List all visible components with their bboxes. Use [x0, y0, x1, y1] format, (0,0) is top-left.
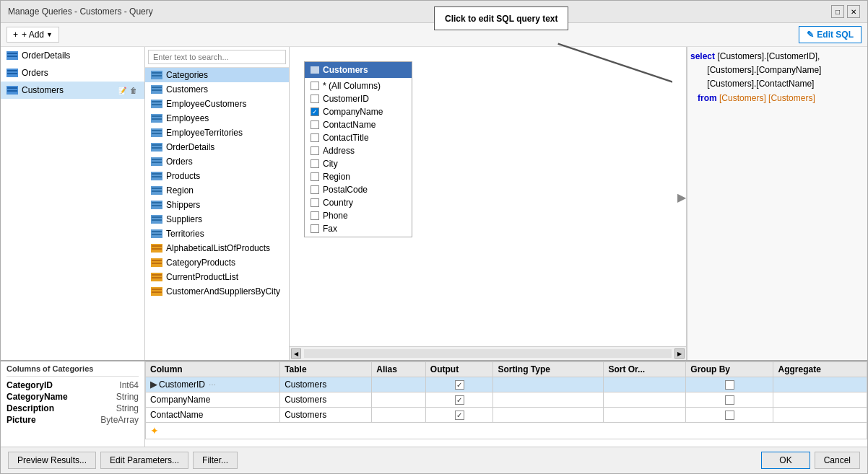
ok-button[interactable]: OK [761, 452, 810, 469]
col-checkbox-city[interactable] [311, 159, 319, 168]
table-item-shippers[interactable]: Shippers [145, 198, 289, 212]
col-item-address[interactable]: Address [305, 144, 412, 157]
query-label-orderdetails: OrderDetails [22, 51, 139, 61]
query-item-orders[interactable]: Orders [1, 64, 144, 82]
table-item-alphabeticallist[interactable]: AlphabeticalListOfProducts [145, 241, 289, 255]
col-item-contactname[interactable]: ContactName [305, 118, 412, 131]
grid-cell-output-1 [425, 377, 493, 392]
footer-right: OK Cancel [761, 452, 860, 469]
col-item-region[interactable]: Region [305, 170, 412, 183]
title-bar-buttons: □ ✕ [831, 5, 860, 18]
col-checkbox-allcolumns[interactable] [311, 82, 319, 90]
diagram-column-list: * (All Columns) CustomerID ✓ CompanyName [305, 78, 412, 237]
col-item-companyname[interactable]: ✓ CompanyName [305, 105, 412, 118]
table-item-suppliers[interactable]: Suppliers [145, 212, 289, 227]
grid-groupby-checkbox-1[interactable] [725, 380, 734, 390]
diagram-table-box: Customers * (All Columns) CustomerID ✓ [304, 61, 412, 237]
scroll-left-button[interactable]: ◀ [291, 348, 301, 359]
diagram-scrollbar: ◀ ▶ [290, 346, 686, 360]
col-prop-categoryname: CategoryName String [6, 391, 139, 403]
col-checkbox-region[interactable] [311, 172, 319, 181]
col-item-contacttitle[interactable]: ContactTitle [305, 131, 412, 144]
grid-cell-aggregate-3 [773, 408, 867, 423]
tooltip-box: Click to edit SQL query text [434, 6, 568, 30]
close-button[interactable]: ✕ [847, 5, 860, 18]
edit-icon: ✎ [807, 30, 814, 40]
col-label-fax: Fax [323, 224, 337, 234]
table-row[interactable]: ✦ [146, 423, 867, 439]
query-item-actions: 📝 🗑 [117, 85, 139, 95]
grid-checkbox-1[interactable] [455, 380, 464, 390]
col-item-postalcode[interactable]: PostalCode [305, 183, 412, 196]
table-item-categoryproducts[interactable]: CategoryProducts [145, 255, 289, 270]
grid-header-output: Output [425, 362, 493, 377]
table-item-territories[interactable]: Territories [145, 227, 289, 241]
filter-button[interactable]: Filter... [193, 452, 238, 469]
col-prop-categoryid: CategoryID Int64 [6, 379, 139, 391]
query-item-orderdetails[interactable]: OrderDetails [1, 47, 144, 64]
col-checkbox-customerid[interactable] [311, 95, 319, 103]
window-title: Manage Queries - Customers - Query [8, 6, 153, 17]
col-checkbox-fax[interactable] [311, 224, 319, 233]
table-item-customersuppliersbycity[interactable]: CustomerAndSuppliersByCity [145, 284, 289, 299]
table-label-employees: Employees [166, 113, 209, 123]
col-label-customerid: CustomerID [323, 94, 369, 104]
grid-groupby-checkbox-3[interactable] [725, 411, 734, 420]
table-item-products[interactable]: Products [145, 169, 289, 183]
grid-header-column: Column [146, 362, 280, 377]
cancel-button[interactable]: Cancel [815, 452, 860, 469]
col-item-phone[interactable]: Phone [305, 209, 412, 222]
table-item-orderdetails[interactable]: OrderDetails [145, 140, 289, 154]
table-list-panel: Categories Customers EmployeeCustomers E… [145, 47, 290, 360]
grid-cell-aggregate-1 [773, 377, 867, 392]
col-item-country[interactable]: Country [305, 196, 412, 209]
table-row[interactable]: ContactName Customers [146, 408, 867, 423]
table-icon-products [151, 172, 162, 180]
table-label-products: Products [166, 171, 200, 181]
columns-panel-title: Columns of Categories [6, 364, 139, 377]
table-item-currentproductlist[interactable]: CurrentProductList [145, 270, 289, 284]
delete-icon[interactable]: 🗑 [129, 85, 139, 95]
grid-cell-table-3: Customers [280, 408, 372, 423]
table-row[interactable]: ▶ CustomerID ⋯ Customers [146, 377, 867, 392]
sql-line-4: from [Customers] [Customers] [690, 92, 864, 105]
table-item-region[interactable]: Region [145, 183, 289, 198]
col-item-allcolumns[interactable]: * (All Columns) [305, 79, 412, 92]
query-item-customers[interactable]: Customers 📝 🗑 [1, 82, 144, 99]
table-item-employeecustomers[interactable]: EmployeeCustomers [145, 97, 289, 111]
grid-checkbox-3[interactable] [455, 411, 464, 420]
table-item-orders[interactable]: Orders [145, 154, 289, 169]
edit-parameters-button[interactable]: Edit Parameters... [100, 452, 188, 469]
edit-sql-button[interactable]: ✎ Edit SQL [799, 26, 862, 43]
col-item-fax[interactable]: Fax [305, 222, 412, 235]
col-checkbox-country[interactable] [311, 198, 319, 207]
col-checkbox-contactname[interactable] [311, 120, 319, 129]
horizontal-scrollbar[interactable] [304, 349, 672, 358]
col-checkbox-address[interactable] [311, 146, 319, 155]
table-item-categories[interactable]: Categories [145, 68, 289, 82]
table-item-employees[interactable]: Employees [145, 111, 289, 126]
table-label-suppliers: Suppliers [166, 214, 202, 224]
col-checkbox-companyname[interactable]: ✓ [311, 107, 319, 116]
grid-checkbox-2[interactable] [455, 395, 464, 405]
col-item-customerid[interactable]: CustomerID [305, 92, 412, 105]
diagram-expand-arrow[interactable]: ▶ [677, 190, 686, 203]
table-row[interactable]: CompanyName Customers [146, 392, 867, 408]
edit-sql-label: Edit SQL [817, 30, 854, 40]
sql-contactname: [Customers].[ContactName] [690, 79, 814, 89]
maximize-button[interactable]: □ [831, 5, 844, 18]
grid-groupby-checkbox-2[interactable] [725, 395, 734, 405]
search-input[interactable] [148, 50, 286, 64]
add-button[interactable]: + + Add ▼ [6, 27, 59, 43]
scroll-right-button[interactable]: ▶ [674, 348, 685, 359]
table-item-customers[interactable]: Customers [145, 82, 289, 97]
preview-results-button[interactable]: Preview Results... [8, 452, 96, 469]
col-item-city[interactable]: City [305, 157, 412, 170]
col-checkbox-phone[interactable] [311, 211, 319, 220]
rename-icon[interactable]: 📝 [117, 85, 127, 95]
table-item-employeeterritories[interactable]: EmployeeTerritories [145, 126, 289, 140]
grid-plus-row: ✦ [146, 423, 867, 439]
col-checkbox-postalcode[interactable] [311, 185, 319, 194]
sql-select-content: [Customers].[CustomerID], [717, 51, 820, 61]
col-checkbox-contacttitle[interactable] [311, 133, 319, 142]
